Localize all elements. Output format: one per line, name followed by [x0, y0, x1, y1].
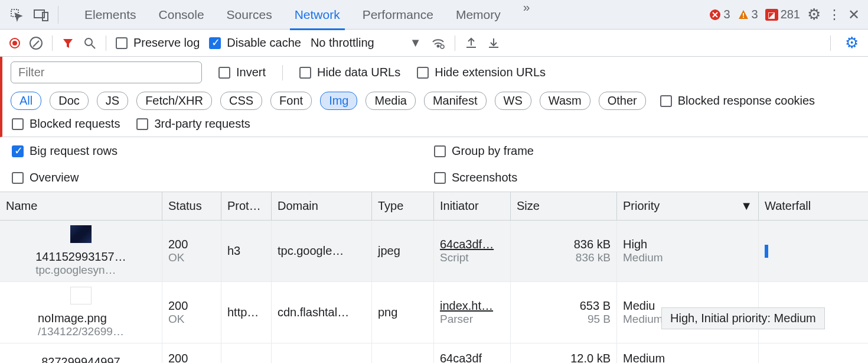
col-protocol[interactable]: Prot… [221, 192, 272, 221]
group-frame-label: Group by frame [452, 144, 534, 158]
table-row[interactable]: 827299944997 [0, 343, 162, 363]
record-icon[interactable] [9, 38, 20, 48]
blocked-cookies-label: Blocked response cookies [678, 94, 815, 108]
disable-cache-label: Disable cache [227, 36, 301, 50]
cell-initiator[interactable]: 64ca3df [434, 343, 511, 363]
devtools-top-bar: Elements Console Sources Network Perform… [0, 0, 868, 30]
col-type[interactable]: Type [372, 192, 434, 221]
clear-icon[interactable] [30, 37, 43, 50]
waterfall-bar [765, 245, 768, 258]
cell-proto: h3 [221, 221, 272, 282]
hide-ext-label: Hide extension URLs [435, 66, 546, 79]
thumbnail-icon [70, 287, 92, 304]
error-icon [709, 9, 721, 21]
search-icon[interactable] [83, 37, 96, 50]
col-priority[interactable]: Priority▼ [617, 192, 759, 221]
tab-performance[interactable]: Performance [363, 0, 433, 30]
filter-row-b: Blocked requests 3rd-party requests [0, 114, 868, 137]
tab-memory[interactable]: Memory [456, 0, 501, 30]
blocked-requests-checkbox[interactable]: Blocked requests [12, 117, 120, 131]
cell-domain [272, 343, 372, 363]
cell-waterfall [759, 221, 868, 282]
big-rows-label: Big request rows [30, 144, 118, 158]
pill-doc[interactable]: Doc [50, 92, 89, 110]
hide-ext-urls-checkbox[interactable]: Hide extension URLs [417, 66, 546, 79]
pill-all[interactable]: All [11, 92, 41, 110]
pill-ws[interactable]: WS [495, 92, 531, 110]
settings-icon[interactable]: ⚙ [807, 5, 821, 24]
pill-font[interactable]: Font [270, 92, 312, 110]
col-waterfall[interactable]: Waterfall [759, 192, 868, 221]
errors-badge[interactable]: 3 [709, 8, 730, 21]
table-row[interactable]: noImage.png/134122/32699… [0, 282, 162, 343]
cell-type: jpeg [372, 221, 434, 282]
issues-badge[interactable]: ◪ 281 [765, 8, 800, 21]
tab-network[interactable]: Network [295, 0, 340, 30]
blocked-cookies-checkbox[interactable]: Blocked response cookies [660, 94, 815, 108]
disable-cache-checkbox[interactable]: Disable cache [209, 36, 301, 50]
download-icon[interactable] [487, 37, 500, 50]
preserve-log-checkbox[interactable]: Preserve log [116, 36, 200, 50]
pill-img[interactable]: Img [320, 92, 357, 110]
third-party-checkbox[interactable]: 3rd-party requests [136, 117, 250, 131]
upload-icon[interactable] [465, 37, 478, 50]
pill-manifest[interactable]: Manifest [424, 92, 487, 110]
svg-point-8 [437, 45, 439, 47]
cell-size: 12.0 kB [511, 343, 617, 363]
warnings-badge[interactable]: 3 [738, 8, 758, 21]
network-settings-icon[interactable]: ⚙ [845, 34, 859, 52]
overview-checkbox[interactable]: Overview [12, 171, 434, 184]
chevron-down-icon: ▼ [410, 36, 422, 50]
inspect-icon[interactable] [8, 7, 25, 23]
pill-media[interactable]: Media [366, 92, 415, 110]
type-filter-row: All Doc JS Fetch/XHR CSS Font Img Media … [0, 88, 868, 114]
thumbnail-icon [70, 225, 92, 243]
cell-status: 200 [162, 343, 221, 363]
tab-elements[interactable]: Elements [84, 0, 136, 30]
invert-checkbox[interactable]: Invert [218, 66, 266, 79]
col-domain[interactable]: Domain [272, 192, 372, 221]
filter-input[interactable] [11, 61, 202, 83]
cell-type: png [372, 282, 434, 343]
network-conditions-icon[interactable] [431, 36, 445, 50]
col-name[interactable]: Name [0, 192, 162, 221]
blocked-req-label: Blocked requests [30, 117, 120, 131]
screenshots-checkbox[interactable]: Screenshots [434, 171, 856, 184]
cell-domain: tpc.google… [272, 221, 372, 282]
filter-icon[interactable] [62, 37, 74, 49]
overview-label: Overview [30, 171, 79, 184]
tab-sources[interactable]: Sources [227, 0, 272, 30]
pill-wasm[interactable]: Wasm [540, 92, 590, 110]
network-toolbar: Preserve log Disable cache No throttling… [0, 30, 868, 57]
throttling-select[interactable]: No throttling ▼ [311, 36, 422, 50]
col-size[interactable]: Size [511, 192, 617, 221]
close-icon[interactable]: ✕ [848, 7, 860, 23]
table-row[interactable]: 141152993157…tpc.googlesyn… [0, 221, 162, 282]
big-rows-checkbox[interactable]: Big request rows [12, 144, 434, 158]
cell-waterfall [759, 343, 868, 363]
cell-initiator[interactable]: index.ht…Parser [434, 282, 511, 343]
tab-console[interactable]: Console [159, 0, 204, 30]
pill-other[interactable]: Other [599, 92, 646, 110]
more-tabs-icon[interactable]: » [523, 0, 530, 30]
priority-tooltip: High, Initial priority: Medium [661, 307, 825, 329]
svg-line-7 [92, 45, 95, 48]
pill-js[interactable]: JS [97, 92, 128, 110]
svg-rect-5 [743, 17, 744, 18]
col-initiator[interactable]: Initiator [434, 192, 511, 221]
screenshots-label: Screenshots [452, 171, 517, 184]
pill-fetch-xhr[interactable]: Fetch/XHR [136, 92, 212, 110]
kebab-icon[interactable]: ⋮ [828, 7, 841, 22]
hide-data-urls-checkbox[interactable]: Hide data URLs [299, 66, 400, 79]
cell-priority: HighMedium [617, 221, 759, 282]
cell-size: 836 kB836 kB [511, 221, 617, 282]
request-name: 141152993157… [35, 250, 126, 264]
pill-css[interactable]: CSS [220, 92, 262, 110]
group-frame-checkbox[interactable]: Group by frame [434, 144, 856, 158]
preserve-log-label: Preserve log [133, 36, 200, 50]
col-status[interactable]: Status [162, 192, 221, 221]
cell-initiator[interactable]: 64ca3df…Script [434, 221, 511, 282]
request-name: noImage.png [38, 312, 124, 325]
panel-tabs: Elements Console Sources Network Perform… [84, 0, 530, 30]
device-mode-icon[interactable] [33, 7, 50, 23]
